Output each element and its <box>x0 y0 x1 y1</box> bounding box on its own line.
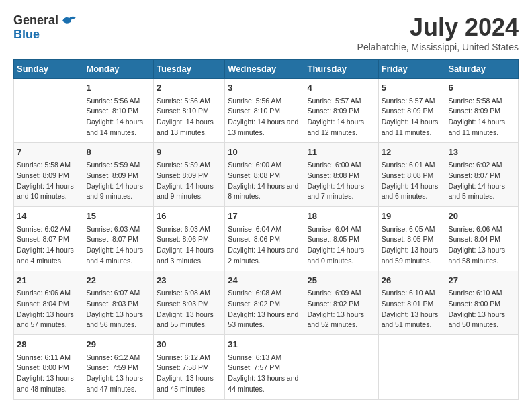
day-cell: 27Sunrise: 6:10 AMSunset: 8:00 PMDayligh… <box>445 271 519 335</box>
day-cell: 25Sunrise: 6:09 AMSunset: 8:02 PMDayligh… <box>304 271 378 335</box>
day-number: 15 <box>86 210 150 223</box>
day-info: Sunrise: 5:59 AMSunset: 8:09 PMDaylight:… <box>86 160 150 202</box>
day-number: 11 <box>307 146 375 159</box>
week-row-4: 21Sunrise: 6:06 AMSunset: 8:04 PMDayligh… <box>14 271 519 335</box>
day-number: 3 <box>228 81 301 95</box>
day-cell: 5Sunrise: 5:57 AMSunset: 8:09 PMDaylight… <box>378 79 445 143</box>
day-cell <box>14 79 83 143</box>
day-number: 24 <box>228 274 301 287</box>
day-number: 30 <box>157 338 222 351</box>
day-info: Sunrise: 6:05 AMSunset: 8:05 PMDaylight:… <box>382 224 443 267</box>
day-info: Sunrise: 5:58 AMSunset: 8:09 PMDaylight:… <box>448 96 515 138</box>
day-number: 5 <box>382 81 443 95</box>
logo-general-text: General <box>13 13 58 28</box>
day-info: Sunrise: 6:04 AMSunset: 8:06 PMDaylight:… <box>228 224 301 267</box>
day-info: Sunrise: 6:10 AMSunset: 8:01 PMDaylight:… <box>382 288 443 330</box>
day-number: 8 <box>86 146 150 159</box>
day-info: Sunrise: 5:59 AMSunset: 8:09 PMDaylight:… <box>157 160 222 202</box>
day-cell <box>304 335 378 400</box>
day-cell: 10Sunrise: 6:00 AMSunset: 8:08 PMDayligh… <box>225 142 304 207</box>
day-info: Sunrise: 6:00 AMSunset: 8:08 PMDaylight:… <box>307 160 375 202</box>
day-cell: 6Sunrise: 5:58 AMSunset: 8:09 PMDaylight… <box>445 79 519 143</box>
day-cell: 11Sunrise: 6:00 AMSunset: 8:08 PMDayligh… <box>304 142 378 207</box>
header-thursday: Thursday <box>304 60 378 79</box>
day-info: Sunrise: 6:12 AMSunset: 7:59 PMDaylight:… <box>86 353 150 395</box>
day-info: Sunrise: 6:03 AMSunset: 8:07 PMDaylight:… <box>86 224 150 267</box>
day-number: 6 <box>448 81 515 95</box>
day-info: Sunrise: 6:04 AMSunset: 8:05 PMDaylight:… <box>307 224 375 267</box>
day-cell: 23Sunrise: 6:08 AMSunset: 8:03 PMDayligh… <box>154 271 225 335</box>
day-info: Sunrise: 6:11 AMSunset: 8:00 PMDaylight:… <box>17 353 80 395</box>
calendar-header-row: SundayMondayTuesdayWednesdayThursdayFrid… <box>14 60 519 79</box>
day-cell <box>445 335 519 400</box>
day-cell: 2Sunrise: 5:56 AMSunset: 8:10 PMDaylight… <box>154 79 225 143</box>
header-friday: Friday <box>378 60 445 79</box>
day-info: Sunrise: 6:01 AMSunset: 8:08 PMDaylight:… <box>382 160 443 202</box>
calendar-table: SundayMondayTuesdayWednesdayThursdayFrid… <box>13 59 519 400</box>
day-number: 2 <box>157 81 222 95</box>
month-title: July 2024 <box>357 13 519 42</box>
day-number: 21 <box>17 274 80 287</box>
header-saturday: Saturday <box>445 60 519 79</box>
week-row-1: 1Sunrise: 5:56 AMSunset: 8:10 PMDaylight… <box>14 79 519 143</box>
day-number: 16 <box>157 210 222 223</box>
day-cell: 28Sunrise: 6:11 AMSunset: 8:00 PMDayligh… <box>14 335 83 400</box>
day-info: Sunrise: 6:03 AMSunset: 8:06 PMDaylight:… <box>157 224 222 267</box>
week-row-2: 7Sunrise: 5:58 AMSunset: 8:09 PMDaylight… <box>14 142 519 207</box>
day-info: Sunrise: 6:06 AMSunset: 8:04 PMDaylight:… <box>448 224 515 267</box>
day-number: 17 <box>228 210 301 223</box>
header-tuesday: Tuesday <box>154 60 225 79</box>
day-number: 22 <box>86 274 150 287</box>
day-info: Sunrise: 6:13 AMSunset: 7:57 PMDaylight:… <box>228 353 301 395</box>
day-cell: 19Sunrise: 6:05 AMSunset: 8:05 PMDayligh… <box>378 207 445 271</box>
day-cell: 29Sunrise: 6:12 AMSunset: 7:59 PMDayligh… <box>83 335 154 400</box>
day-info: Sunrise: 5:57 AMSunset: 8:09 PMDaylight:… <box>382 96 443 138</box>
day-cell: 15Sunrise: 6:03 AMSunset: 8:07 PMDayligh… <box>83 207 154 271</box>
day-number: 12 <box>382 146 443 159</box>
day-cell: 18Sunrise: 6:04 AMSunset: 8:05 PMDayligh… <box>304 207 378 271</box>
day-cell: 26Sunrise: 6:10 AMSunset: 8:01 PMDayligh… <box>378 271 445 335</box>
logo: General Blue <box>13 13 77 42</box>
day-info: Sunrise: 6:02 AMSunset: 8:07 PMDaylight:… <box>17 224 80 267</box>
day-info: Sunrise: 6:02 AMSunset: 8:07 PMDaylight:… <box>448 160 515 202</box>
day-cell <box>378 335 445 400</box>
day-number: 25 <box>307 274 375 287</box>
day-info: Sunrise: 6:08 AMSunset: 8:03 PMDaylight:… <box>157 288 222 330</box>
header-monday: Monday <box>83 60 154 79</box>
day-info: Sunrise: 5:56 AMSunset: 8:10 PMDaylight:… <box>86 96 150 138</box>
day-cell: 30Sunrise: 6:12 AMSunset: 7:58 PMDayligh… <box>154 335 225 400</box>
day-cell: 13Sunrise: 6:02 AMSunset: 8:07 PMDayligh… <box>445 142 519 207</box>
day-info: Sunrise: 6:12 AMSunset: 7:58 PMDaylight:… <box>157 353 222 395</box>
day-cell: 24Sunrise: 6:08 AMSunset: 8:02 PMDayligh… <box>225 271 304 335</box>
logo-bird-icon <box>61 15 77 27</box>
day-cell: 12Sunrise: 6:01 AMSunset: 8:08 PMDayligh… <box>378 142 445 207</box>
day-number: 9 <box>157 146 222 159</box>
day-info: Sunrise: 6:06 AMSunset: 8:04 PMDaylight:… <box>17 288 80 330</box>
day-cell: 7Sunrise: 5:58 AMSunset: 8:09 PMDaylight… <box>14 142 83 207</box>
day-number: 14 <box>17 210 80 223</box>
day-cell: 31Sunrise: 6:13 AMSunset: 7:57 PMDayligh… <box>225 335 304 400</box>
day-number: 20 <box>448 210 515 223</box>
day-number: 19 <box>382 210 443 223</box>
day-number: 7 <box>17 146 80 159</box>
title-block: July 2024 Pelahatchie, Mississippi, Unit… <box>357 13 519 52</box>
day-info: Sunrise: 6:09 AMSunset: 8:02 PMDaylight:… <box>307 288 375 330</box>
day-number: 10 <box>228 146 301 159</box>
day-cell: 21Sunrise: 6:06 AMSunset: 8:04 PMDayligh… <box>14 271 83 335</box>
day-cell: 4Sunrise: 5:57 AMSunset: 8:09 PMDaylight… <box>304 79 378 143</box>
day-cell: 8Sunrise: 5:59 AMSunset: 8:09 PMDaylight… <box>83 142 154 207</box>
day-number: 23 <box>157 274 222 287</box>
day-info: Sunrise: 6:10 AMSunset: 8:00 PMDaylight:… <box>448 288 515 330</box>
day-number: 13 <box>448 146 515 159</box>
day-number: 1 <box>86 81 150 95</box>
day-info: Sunrise: 5:57 AMSunset: 8:09 PMDaylight:… <box>307 96 375 138</box>
day-info: Sunrise: 5:58 AMSunset: 8:09 PMDaylight:… <box>17 160 80 202</box>
day-cell: 9Sunrise: 5:59 AMSunset: 8:09 PMDaylight… <box>154 142 225 207</box>
day-cell: 3Sunrise: 5:56 AMSunset: 8:10 PMDaylight… <box>225 79 304 143</box>
day-number: 28 <box>17 338 80 351</box>
day-number: 4 <box>307 81 375 95</box>
day-cell: 22Sunrise: 6:07 AMSunset: 8:03 PMDayligh… <box>83 271 154 335</box>
day-cell: 16Sunrise: 6:03 AMSunset: 8:06 PMDayligh… <box>154 207 225 271</box>
day-number: 27 <box>448 274 515 287</box>
day-number: 26 <box>382 274 443 287</box>
